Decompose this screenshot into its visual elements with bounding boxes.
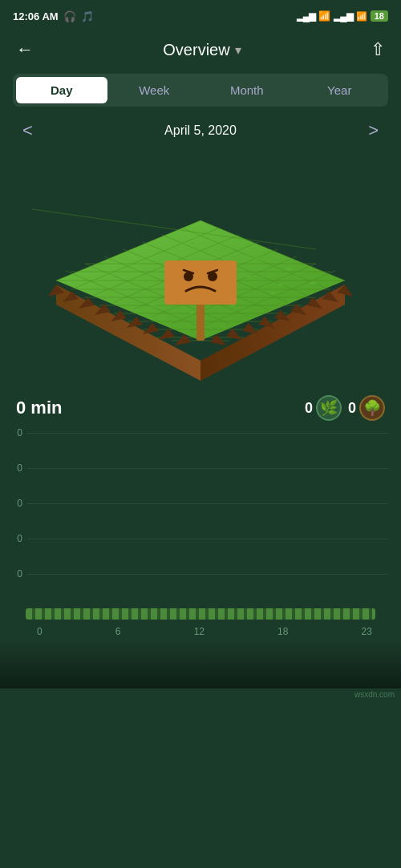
chart-row-0: 0 bbox=[13, 427, 388, 438]
chevron-down-icon[interactable]: ▾ bbox=[235, 42, 241, 58]
svg-marker-54 bbox=[127, 317, 143, 328]
status-bar: 12:06 AM 🎧 🎵 ▂▄▆ 📶 ▂▄▆ 📶 18 bbox=[0, 0, 401, 29]
header: ← Overview ▾ ⇧ bbox=[0, 29, 401, 74]
y-label-4: 0 bbox=[13, 568, 22, 579]
y-label-2: 0 bbox=[13, 498, 22, 509]
spotify-icon: 🎵 bbox=[81, 10, 94, 22]
svg-point-33 bbox=[157, 251, 164, 254]
chart-row-3: 0 bbox=[13, 533, 388, 544]
share-button[interactable]: ⇧ bbox=[371, 39, 385, 60]
tab-week[interactable]: Week bbox=[109, 77, 200, 103]
svg-point-39 bbox=[149, 303, 156, 306]
svg-point-42 bbox=[270, 292, 275, 294]
timeline-bar bbox=[26, 608, 375, 620]
x-label-6: 6 bbox=[115, 626, 121, 637]
svg-point-44 bbox=[134, 280, 139, 282]
y-label-3: 0 bbox=[13, 533, 22, 544]
chart-row-2: 0 bbox=[13, 498, 388, 509]
wifi-icon: 📶 bbox=[318, 10, 330, 22]
watermark: wsxdn.com bbox=[0, 688, 401, 700]
svg-marker-56 bbox=[159, 329, 175, 340]
tab-year[interactable]: Year bbox=[294, 77, 386, 103]
tab-month[interactable]: Month bbox=[201, 77, 293, 103]
chart-rule-2 bbox=[27, 503, 388, 504]
next-date-button[interactable]: > bbox=[362, 120, 385, 141]
svg-point-40 bbox=[190, 312, 195, 314]
headphone-icon: 🎧 bbox=[63, 10, 76, 22]
x-label-18: 18 bbox=[277, 626, 288, 637]
x-label-0: 0 bbox=[37, 626, 43, 637]
chart-row-1: 0 bbox=[13, 462, 388, 474]
session-time: 0 min bbox=[16, 398, 62, 418]
svg-point-31 bbox=[93, 279, 99, 282]
chart-row-4: 0 bbox=[13, 568, 388, 579]
svg-point-34 bbox=[190, 242, 195, 244]
chart-rule-0 bbox=[27, 433, 388, 434]
svg-marker-66 bbox=[210, 334, 226, 345]
svg-rect-68 bbox=[164, 260, 237, 305]
leaf-coin-count: 0 🌿 bbox=[305, 395, 342, 421]
back-button[interactable]: ← bbox=[16, 39, 34, 60]
bottom-fade bbox=[0, 640, 401, 688]
svg-marker-65 bbox=[226, 329, 242, 340]
chart-rule-1 bbox=[27, 468, 388, 469]
svg-point-35 bbox=[221, 247, 228, 250]
current-date: April 5, 2020 bbox=[164, 123, 237, 138]
y-label-0: 0 bbox=[13, 427, 22, 438]
date-navigation: < April 5, 2020 > bbox=[0, 113, 401, 148]
stats-row: 0 min 0 🌿 0 🌳 bbox=[0, 389, 401, 424]
svg-point-48 bbox=[278, 284, 283, 286]
x-label-12: 12 bbox=[194, 626, 205, 637]
chart-inner: 0 0 0 0 0 bbox=[13, 427, 388, 604]
wifi2-icon: 📶 bbox=[356, 11, 367, 22]
chart-area: 0 0 0 0 0 0 6 12 18 23 bbox=[0, 424, 401, 637]
prev-date-button[interactable]: < bbox=[16, 120, 39, 141]
header-title-group: Overview ▾ bbox=[163, 41, 241, 59]
chart-rule-3 bbox=[27, 539, 388, 539]
status-left: 12:06 AM 🎧 🎵 bbox=[13, 10, 94, 22]
svg-point-32 bbox=[126, 264, 131, 266]
signal-bars2-icon: ▂▄▆ bbox=[334, 10, 353, 22]
svg-marker-63 bbox=[258, 317, 274, 328]
signal-bars-icon: ▂▄▆ bbox=[297, 10, 316, 22]
garden-svg bbox=[32, 156, 369, 381]
tree-coin-icon: 🌳 bbox=[359, 395, 385, 421]
overview-title: Overview bbox=[163, 41, 229, 59]
svg-point-38 bbox=[110, 292, 115, 294]
svg-point-37 bbox=[286, 267, 292, 270]
svg-marker-55 bbox=[143, 323, 159, 334]
garden-visualization bbox=[0, 148, 401, 389]
tab-day[interactable]: Day bbox=[16, 77, 107, 103]
svg-point-47 bbox=[246, 276, 251, 278]
chart-xaxis: 0 6 12 18 23 bbox=[13, 623, 388, 637]
svg-point-43 bbox=[310, 281, 316, 285]
coins-display: 0 🌿 0 🌳 bbox=[305, 395, 385, 421]
status-right: ▂▄▆ 📶 ▂▄▆ 📶 18 bbox=[297, 10, 388, 22]
svg-marker-57 bbox=[175, 334, 191, 345]
tab-bar: Day Week Month Year bbox=[13, 74, 388, 107]
tree-coin-count: 0 🌳 bbox=[348, 395, 385, 421]
x-label-23: 23 bbox=[362, 626, 372, 637]
svg-point-36 bbox=[254, 258, 259, 260]
chart-rule-4 bbox=[27, 574, 388, 575]
svg-marker-64 bbox=[242, 323, 258, 334]
leaf-coin-icon: 🌿 bbox=[316, 395, 342, 421]
status-time: 12:06 AM bbox=[13, 10, 59, 22]
battery-icon: 18 bbox=[371, 10, 388, 22]
y-label-1: 0 bbox=[13, 462, 22, 474]
